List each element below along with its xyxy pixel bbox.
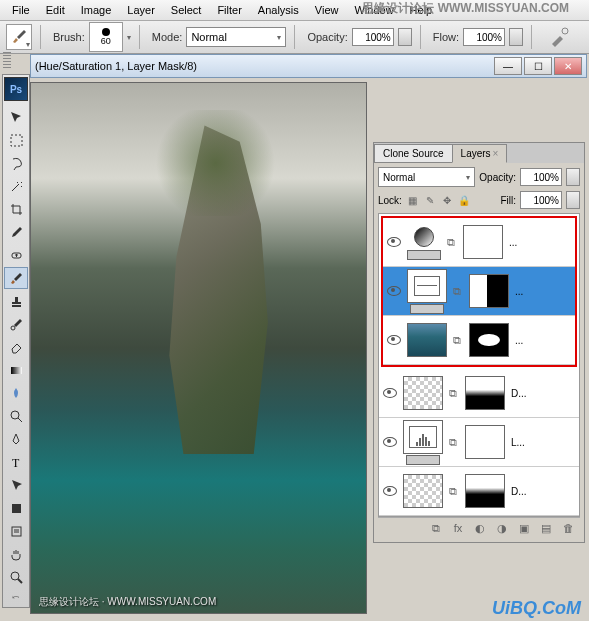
highlight-annotation: ⧉ ... ⧉ ... ⧉: [381, 216, 577, 367]
eyedropper-tool[interactable]: [4, 221, 28, 243]
crop-tool[interactable]: [4, 198, 28, 220]
layer-name[interactable]: ...: [515, 286, 571, 297]
airbrush-icon[interactable]: [548, 26, 570, 48]
lock-pixels-icon[interactable]: ✎: [423, 193, 437, 207]
layer-row[interactable]: ⧉ ...: [383, 218, 575, 267]
lock-all-icon[interactable]: 🔒: [457, 193, 471, 207]
tab-close-icon[interactable]: ×: [493, 148, 499, 159]
document-titlebar[interactable]: (Hue/Saturation 1, Layer Mask/8) — ☐ ✕: [30, 54, 587, 78]
svg-point-0: [562, 28, 568, 34]
layer-mask-thumb[interactable]: [465, 376, 505, 410]
visibility-toggle[interactable]: [383, 386, 397, 400]
eraser-tool[interactable]: [4, 336, 28, 358]
link-icon: ⧉: [453, 285, 463, 298]
new-layer-icon[interactable]: ▤: [538, 521, 554, 535]
menu-image[interactable]: Image: [73, 2, 120, 18]
svg-text:T: T: [12, 456, 20, 470]
adjustment-icon[interactable]: ◑: [494, 521, 510, 535]
layer-mask-thumb[interactable]: [465, 425, 505, 459]
layer-row[interactable]: ⧉ D...: [379, 369, 579, 418]
opacity-slider-icon[interactable]: [398, 28, 412, 46]
layer-name[interactable]: D...: [511, 486, 575, 497]
toolbox: Ps T ⤺: [2, 74, 30, 608]
maximize-button[interactable]: ☐: [524, 57, 552, 75]
layer-blend-mode-select[interactable]: Normal▾: [378, 167, 475, 187]
lock-position-icon[interactable]: ✥: [440, 193, 454, 207]
delete-icon[interactable]: 🗑: [560, 521, 576, 535]
shape-tool[interactable]: [4, 497, 28, 519]
layer-opacity-input[interactable]: 100%: [520, 168, 562, 186]
zoom-tool[interactable]: [4, 566, 28, 588]
options-bar: ▾ Brush: 60 ▾ Mode: Normal▾ Opacity: 100…: [0, 21, 589, 54]
opacity-input[interactable]: 100%: [352, 28, 394, 46]
mask-icon[interactable]: ◐: [472, 521, 488, 535]
curves-thumb-icon: [407, 269, 447, 303]
blend-mode-select[interactable]: Normal▾: [186, 27, 286, 47]
move-tool[interactable]: [4, 106, 28, 128]
layer-mask-thumb[interactable]: [465, 474, 505, 508]
menu-select[interactable]: Select: [163, 2, 210, 18]
layer-mask-thumb[interactable]: [469, 323, 509, 357]
layer-row[interactable]: ⧉ ...: [383, 316, 575, 365]
marquee-tool[interactable]: [4, 129, 28, 151]
brush-dropdown-icon[interactable]: ▾: [127, 33, 131, 42]
dodge-tool[interactable]: [4, 405, 28, 427]
mode-value: Normal: [191, 31, 226, 43]
stamp-tool[interactable]: [4, 290, 28, 312]
menu-view[interactable]: View: [307, 2, 347, 18]
path-select-tool[interactable]: [4, 474, 28, 496]
brush-preset-picker[interactable]: 60: [89, 22, 123, 52]
hand-tool[interactable]: [4, 543, 28, 565]
layer-name[interactable]: ...: [515, 335, 571, 346]
menu-edit[interactable]: Edit: [38, 2, 73, 18]
fg-bg-swap[interactable]: ⤺: [4, 589, 28, 605]
link-icon: ⧉: [449, 387, 459, 400]
grip-icon: [3, 52, 11, 70]
wand-tool[interactable]: [4, 175, 28, 197]
menu-filter[interactable]: Filter: [209, 2, 249, 18]
layer-mask-thumb[interactable]: [463, 225, 503, 259]
visibility-toggle[interactable]: [387, 333, 401, 347]
group-icon[interactable]: ▣: [516, 521, 532, 535]
heal-tool[interactable]: [4, 244, 28, 266]
layer-opacity-slider[interactable]: [566, 168, 580, 186]
blur-tool[interactable]: [4, 382, 28, 404]
link-layers-icon[interactable]: ⧉: [428, 521, 444, 535]
layer-row[interactable]: ⧉ ...: [383, 267, 575, 316]
visibility-toggle[interactable]: [387, 284, 401, 298]
lock-transparency-icon[interactable]: ▦: [406, 193, 420, 207]
fill-label: Fill:: [500, 195, 516, 206]
layer-name[interactable]: L...: [511, 437, 575, 448]
brush-tool[interactable]: [4, 267, 28, 289]
fx-icon[interactable]: fx: [450, 521, 466, 535]
pen-tool[interactable]: [4, 428, 28, 450]
layer-name[interactable]: D...: [511, 388, 575, 399]
fill-slider[interactable]: [566, 191, 580, 209]
tab-layers[interactable]: Layers×: [452, 144, 508, 163]
layer-row[interactable]: ⧉ L...: [379, 418, 579, 467]
visibility-toggle[interactable]: [383, 484, 397, 498]
layer-mask-thumb[interactable]: [469, 274, 509, 308]
tool-preset-picker[interactable]: ▾: [6, 24, 32, 50]
gradient-tool[interactable]: [4, 359, 28, 381]
canvas[interactable]: 思缘设计论坛 · WWW.MISSYUAN.COM: [30, 82, 367, 614]
visibility-toggle[interactable]: [383, 435, 397, 449]
tab-clone-source[interactable]: Clone Source: [374, 144, 453, 163]
layer-name[interactable]: ...: [509, 237, 571, 248]
fill-input[interactable]: 100%: [520, 191, 562, 209]
lasso-tool[interactable]: [4, 152, 28, 174]
corner-watermark: UiBQ.CoM: [492, 598, 581, 619]
close-button[interactable]: ✕: [554, 57, 582, 75]
layer-row[interactable]: ⧉ D...: [379, 467, 579, 516]
ps-logo-icon[interactable]: Ps: [4, 77, 28, 101]
menu-file[interactable]: File: [4, 2, 38, 18]
type-tool[interactable]: T: [4, 451, 28, 473]
visibility-toggle[interactable]: [387, 235, 401, 249]
flow-input[interactable]: 100%: [463, 28, 505, 46]
menu-analysis[interactable]: Analysis: [250, 2, 307, 18]
notes-tool[interactable]: [4, 520, 28, 542]
menu-layer[interactable]: Layer: [119, 2, 163, 18]
minimize-button[interactable]: —: [494, 57, 522, 75]
flow-slider-icon[interactable]: [509, 28, 523, 46]
history-brush-tool[interactable]: [4, 313, 28, 335]
